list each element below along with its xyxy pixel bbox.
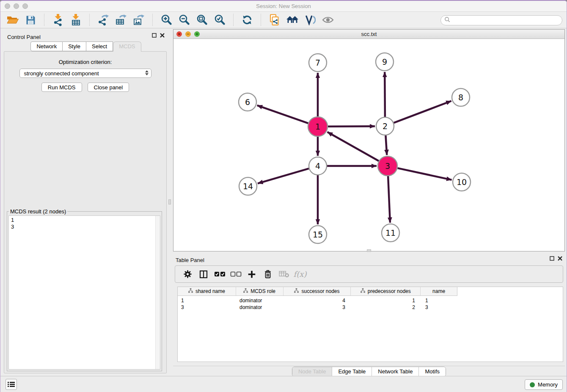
tab-mcds[interactable]: MCDS <box>113 41 141 52</box>
delete-icon[interactable] <box>260 267 276 282</box>
tab-network[interactable]: Network <box>30 41 63 51</box>
float-panel-icon[interactable] <box>152 33 157 38</box>
canvas-splitter-grip[interactable] <box>367 249 371 252</box>
table-row[interactable]: 3dominator323 <box>178 304 563 311</box>
graph-node-6[interactable]: 6 <box>239 93 256 111</box>
export-image-icon[interactable] <box>132 13 146 27</box>
table-panel-title: Table Panel <box>176 257 204 263</box>
column-header-name[interactable]: name <box>421 287 457 295</box>
optimization-criterion-select[interactable]: strongly connected component <box>19 69 151 78</box>
graph-node-2[interactable]: 2 <box>376 117 394 135</box>
run-mcds-button[interactable]: Run MCDS <box>41 83 82 92</box>
tab-network-table[interactable]: Network Table <box>372 367 418 376</box>
open-session-icon[interactable] <box>6 13 20 27</box>
close-panel-button[interactable]: Close panel <box>88 83 129 92</box>
task-history-button[interactable] <box>6 379 17 390</box>
save-session-icon[interactable] <box>23 13 38 27</box>
deselect-all-icon[interactable] <box>228 267 244 282</box>
add-icon[interactable] <box>244 267 260 282</box>
graph-edge-2-8[interactable] <box>394 101 451 123</box>
graph-node-7[interactable]: 7 <box>309 54 327 72</box>
toolbar-separator <box>261 14 261 26</box>
minimize-network-icon[interactable] <box>185 31 191 37</box>
column-header-shared-name[interactable]: shared name <box>178 287 236 295</box>
result-scrollbar[interactable] <box>155 216 160 369</box>
close-panel-icon[interactable] <box>160 33 165 38</box>
tab-style[interactable]: Style <box>63 41 86 51</box>
zoom-in-icon[interactable] <box>159 13 173 27</box>
panel-splitter-grip[interactable] <box>168 199 171 204</box>
graph-edge-3-10[interactable] <box>398 168 452 180</box>
table-body: 1dominator4113dominator323 <box>178 296 563 311</box>
clone-network-icon[interactable] <box>267 13 282 27</box>
zoom-out-icon[interactable] <box>177 13 191 27</box>
column-header-MCDS-role[interactable]: MCDS role <box>236 287 284 295</box>
columns-icon[interactable] <box>195 267 212 282</box>
graph-edge-3-1[interactable] <box>328 132 379 161</box>
graph-edge-4-14[interactable] <box>258 168 309 183</box>
search-box[interactable] <box>440 15 562 25</box>
show-graphics-icon[interactable] <box>321 13 335 27</box>
tab-select[interactable]: Select <box>86 41 113 51</box>
list-icon <box>8 381 15 387</box>
main-toolbar <box>0 12 567 28</box>
graph-node-11[interactable]: 11 <box>382 224 399 242</box>
export-network-icon[interactable] <box>96 13 110 27</box>
table-cell: 2 <box>351 304 421 310</box>
minimize-window-icon[interactable] <box>14 3 19 9</box>
close-table-panel-icon[interactable] <box>558 256 562 261</box>
table-cell: 3 <box>284 304 351 310</box>
svg-text:10: 10 <box>457 177 467 187</box>
tab-motifs[interactable]: Motifs <box>418 367 446 376</box>
graph-node-10[interactable]: 10 <box>453 173 471 191</box>
graph-node-8[interactable]: 8 <box>452 88 470 106</box>
network-canvas[interactable]: 7968124314101511 <box>173 39 564 251</box>
memory-button[interactable]: Memory <box>525 379 563 390</box>
graph-node-14[interactable]: 14 <box>239 177 257 195</box>
graph-node-1[interactable]: 1 <box>308 117 328 136</box>
mcds-result-line: 1 <box>11 217 158 224</box>
toolbar-separator <box>89 14 90 26</box>
table-toolbar: f(x) <box>175 265 563 283</box>
float-table-panel-icon[interactable] <box>550 256 554 261</box>
zoom-fit-icon[interactable] <box>195 13 209 27</box>
column-header-successor-nodes[interactable]: successor nodes <box>284 287 351 295</box>
graph-edge-1-2[interactable] <box>328 126 375 127</box>
graph-edge-2-9[interactable] <box>385 72 385 117</box>
graph-node-4[interactable]: 4 <box>309 157 327 175</box>
close-window-icon[interactable] <box>5 3 10 9</box>
zoom-selected-icon[interactable] <box>212 13 227 27</box>
table-row[interactable]: 1dominator411 <box>178 297 563 304</box>
import-table-icon[interactable] <box>69 13 83 27</box>
graph-node-3[interactable]: 3 <box>378 156 397 176</box>
close-network-icon[interactable] <box>176 31 182 37</box>
tab-edge-table[interactable]: Edge Table <box>332 367 372 376</box>
mcds-result-text[interactable]: 13 <box>8 215 160 370</box>
select-all-icon[interactable] <box>212 267 228 282</box>
mcds-panel: Optimization criterion: strongly connect… <box>4 51 167 373</box>
tab-node-table[interactable]: Node Table <box>292 367 332 376</box>
zoom-network-icon[interactable] <box>194 31 200 37</box>
column-header-label: predecessor nodes <box>368 288 411 294</box>
toolbar-separator <box>233 14 234 26</box>
graph-node-9[interactable]: 9 <box>376 53 394 71</box>
home-icon[interactable] <box>285 13 300 27</box>
refresh-icon[interactable] <box>240 13 254 27</box>
network-graph[interactable]: 7968124314101511 <box>173 39 564 251</box>
import-network-icon[interactable] <box>51 13 65 27</box>
maximize-window-icon[interactable] <box>22 3 28 9</box>
vizmapper-icon[interactable] <box>303 13 317 27</box>
export-table-icon[interactable] <box>114 13 128 27</box>
table-panel-header: Table Panel <box>173 253 565 264</box>
search-input[interactable] <box>452 17 559 24</box>
graph-edge-1-6[interactable] <box>257 105 308 123</box>
graph-edge-3-11[interactable] <box>388 176 390 223</box>
graph-edge-2-3[interactable] <box>385 135 387 155</box>
delete-table-icon <box>276 267 292 282</box>
main-area: Control Panel NetworkStyleSelectMCDS Opt… <box>0 29 567 377</box>
column-header-predecessor-nodes[interactable]: predecessor nodes <box>351 287 421 295</box>
control-panel-header: Control Panel <box>4 29 168 41</box>
svg-text:4: 4 <box>315 161 320 171</box>
gear-icon[interactable] <box>179 267 195 282</box>
graph-node-15[interactable]: 15 <box>309 226 327 243</box>
